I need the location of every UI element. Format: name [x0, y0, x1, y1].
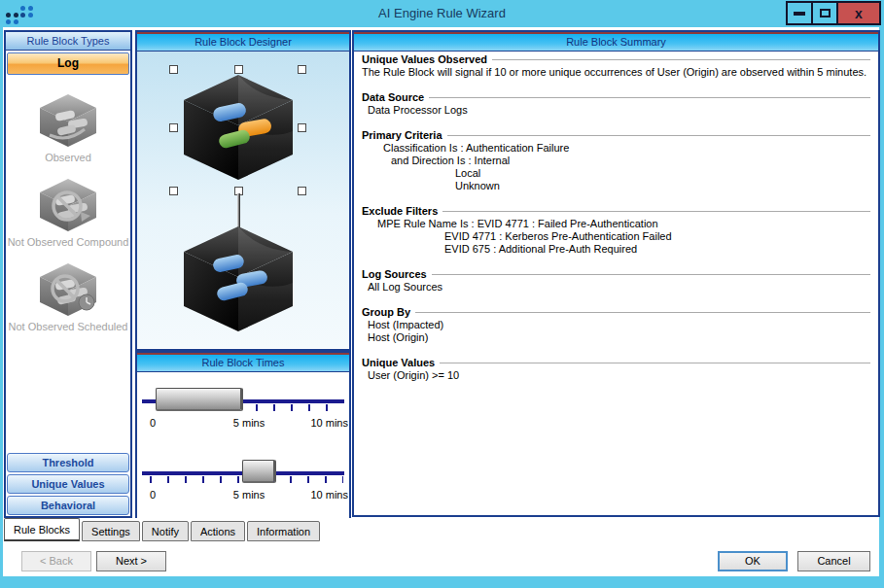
summary-line: and Direction Is : Internal [391, 155, 872, 167]
tab-actions[interactable]: Actions [191, 521, 245, 541]
slider2-label-0: 0 [150, 489, 156, 501]
summary-section-primary-criteria: Primary Criteria Classification Is : Aut… [362, 129, 872, 192]
summary-line: MPE Rule Name Is : EVID 4771 : Failed Pr… [377, 218, 872, 230]
selection-handle-bottom-left[interactable] [169, 187, 178, 195]
cancel-button[interactable]: Cancel [797, 551, 870, 571]
minimize-icon [794, 12, 805, 16]
not-observed-compound-cube-icon [36, 177, 100, 233]
summary-line: Host (Origin) [368, 331, 872, 344]
selection-handle-top-left[interactable] [169, 65, 178, 74]
titlebar: AI Engine Rule Wizard x [0, 0, 884, 27]
type-label-observed: Observed [7, 152, 129, 163]
rule-block-cube-secondary[interactable] [180, 225, 297, 333]
section-rule-line [442, 211, 870, 212]
type-label-not-observed-scheduled: Not Observed Scheduled [7, 321, 129, 332]
type-label-not-observed-compound: Not Observed Compound [7, 236, 129, 248]
rule-block-summary-header: Rule Block Summary [354, 32, 878, 52]
summary-section-log-sources: Log Sources All Log Sources [362, 268, 872, 294]
summary-line: All Log Sources [368, 281, 872, 294]
tab-settings[interactable]: Settings [82, 521, 140, 541]
log-type-button[interactable]: Log [7, 52, 129, 75]
summary-section-group-by: Group By Host (Impacted) Host (Origin) [362, 306, 872, 344]
slider2-label-5min: 5 mins [233, 489, 265, 501]
summary-line: EVID 4771 : Kerberos Pre-Authentication … [444, 230, 872, 243]
section-title: Exclude Filters [362, 205, 438, 218]
selection-handle-mid-left[interactable] [169, 123, 178, 132]
block-connector-line [237, 193, 240, 228]
rule-block-type-list: Observed Not Observed Co [7, 83, 129, 450]
section-title: Log Sources [362, 268, 427, 281]
section-rule-line [432, 274, 870, 275]
summary-line: Host (Impacted) [368, 319, 872, 331]
rule-block-designer-header: Rule Block Designer [137, 32, 349, 52]
back-button[interactable]: < Back [21, 551, 91, 571]
slider2-handle[interactable] [242, 460, 276, 483]
section-title: Group By [362, 306, 410, 319]
next-button[interactable]: Next > [96, 551, 166, 571]
summary-line: User (Origin) >= 10 [368, 369, 872, 382]
maximize-icon [820, 9, 831, 17]
rule-block-summary-panel: Rule Block Summary Unique Values Observe… [352, 30, 880, 517]
dialog-body: Rule Block Types Log [3, 27, 879, 576]
selection-handle-mid-right[interactable] [298, 123, 306, 132]
summary-line: The Rule Block will signal if 10 or more… [362, 66, 872, 79]
behavioral-button[interactable]: Behavioral [7, 496, 129, 515]
tab-rule-blocks[interactable]: Rule Blocks [4, 518, 80, 541]
section-rule-line [429, 97, 870, 98]
slider1-labels: 0 5 mins 10 mins [142, 417, 348, 430]
tab-information[interactable]: Information [247, 521, 320, 541]
summary-content: Unique Values Observed The Rule Block wi… [354, 52, 878, 516]
slider2-label-10min: 10 mins [310, 489, 348, 501]
tab-notify[interactable]: Notify [142, 521, 189, 541]
selection-handle-bottom-right[interactable] [298, 187, 306, 195]
summary-section-data-source: Data Source Data Processor Logs [362, 91, 872, 117]
wizard-tabbar: Rule Blocks Settings Notify Actions Info… [4, 518, 320, 541]
section-title: Unique Values Observed [362, 53, 487, 66]
not-observed-scheduled-cube-icon [36, 261, 100, 318]
section-rule-line [415, 312, 870, 313]
summary-line: Data Processor Logs [368, 104, 872, 117]
close-button[interactable]: x [836, 1, 881, 25]
close-icon: x [855, 7, 863, 20]
section-title: Data Source [362, 91, 424, 104]
summary-line: Local [455, 167, 872, 180]
ok-button[interactable]: OK [718, 551, 788, 571]
unique-values-button[interactable]: Unique Values [7, 474, 129, 494]
rule-block-designer-panel: Rule Block Designer [135, 30, 351, 351]
observed-cube-icon [36, 92, 100, 149]
type-item-not-observed-scheduled[interactable]: Not Observed Scheduled [7, 261, 129, 332]
selection-handle-top-right[interactable] [298, 65, 306, 74]
section-rule-line [447, 135, 870, 136]
summary-section-exclude-filters: Exclude Filters MPE Rule Name Is : EVID … [362, 205, 872, 256]
section-title: Primary Criteria [362, 129, 442, 142]
slider1-handle[interactable] [156, 388, 243, 411]
rule-block-times-header: Rule Block Times [137, 353, 349, 372]
summary-line: EVID 675 : Additional Pre-Auth Required [444, 243, 872, 256]
type-item-not-observed-compound[interactable]: Not Observed Compound [7, 177, 129, 248]
designer-canvas[interactable] [137, 52, 349, 348]
section-title: Unique Values [362, 357, 435, 369]
summary-section-unique-values-observed: Unique Values Observed The Rule Block wi… [362, 53, 872, 79]
rule-block-cube-primary[interactable] [180, 73, 297, 182]
maximize-button[interactable] [811, 1, 838, 25]
rule-block-times-panel: Rule Block Times 0 5 mins 10 mins 0 5 mi… [135, 351, 351, 518]
summary-line: Unknown [455, 180, 872, 192]
ai-engine-rule-wizard-window: AI Engine Rule Wizard x Rule Block Types… [0, 0, 884, 588]
slider1-label-5min: 5 mins [233, 417, 265, 429]
slider1-ticks [256, 404, 343, 411]
summary-section-unique-values: Unique Values User (Origin) >= 10 [362, 357, 872, 382]
summary-line: Classification Is : Authentication Failu… [383, 142, 872, 155]
threshold-button[interactable]: Threshold [7, 453, 129, 472]
slider2-labels: 0 5 mins 10 mins [142, 489, 348, 502]
rule-block-types-panel: Rule Block Types Log [4, 30, 132, 518]
minimize-button[interactable] [786, 1, 813, 25]
window-title: AI Engine Rule Wizard [0, 6, 884, 20]
rule-block-types-header: Rule Block Types [6, 32, 130, 51]
section-rule-line [440, 363, 870, 363]
slider1-label-10min: 10 mins [310, 417, 348, 429]
type-item-observed[interactable]: Observed [7, 92, 129, 163]
slider1-label-0: 0 [150, 417, 156, 429]
section-rule-line [492, 59, 870, 60]
